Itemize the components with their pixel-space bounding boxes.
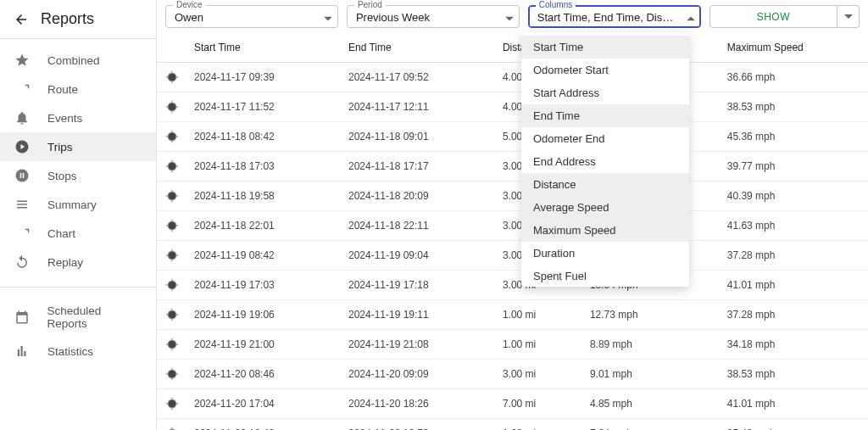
cell-avg-speed: 12.73 mph (583, 300, 721, 330)
cell-end-time: 2024-11-18 17:17 (342, 152, 496, 181)
columns-select[interactable]: Columns Start Time, End Time, Distance, … (528, 5, 701, 28)
chart-icon (14, 226, 31, 241)
cell-end-time: 2024-11-18 22:11 (342, 211, 496, 241)
cell-start-time: 2024-11-18 22:01 (187, 211, 342, 241)
table-row[interactable]: 2024-11-20 19:492024-11-20 19:531.00 mi7… (157, 419, 868, 431)
show-more-button[interactable] (837, 5, 860, 28)
gps-icon (157, 92, 187, 122)
pause-icon (14, 168, 31, 183)
cell-end-time: 2024-11-19 19:11 (342, 300, 496, 330)
cell-start-time: 2024-11-19 21:00 (187, 330, 342, 360)
dropdown-option-odometer-start[interactable]: Odometer Start (521, 59, 689, 81)
svg-point-33 (168, 221, 176, 230)
dropdown-option-start-address[interactable]: Start Address (521, 81, 689, 104)
svg-point-69 (168, 399, 176, 408)
sidebar-item-label: Route (47, 83, 78, 96)
cell-end-time: 2024-11-19 09:04 (342, 241, 496, 271)
sidebar-item-scheduled-reports[interactable]: Scheduled Reports (0, 298, 156, 337)
cell-distance: 1.00 mi (496, 300, 583, 330)
sidebar-item-statistics[interactable]: Statistics (0, 337, 156, 366)
cell-start-time: 2024-11-19 19:06 (187, 300, 342, 330)
table-row[interactable]: 2024-11-18 17:032024-11-18 17:173.00 mi3… (157, 152, 868, 181)
column-header[interactable]: End Time (342, 33, 496, 63)
bell-icon (14, 110, 31, 126)
table-row[interactable]: 2024-11-17 11:522024-11-17 12:114.00 mi3… (157, 92, 868, 122)
sidebar-item-label: Statistics (47, 345, 93, 358)
table-row[interactable]: 2024-11-20 17:042024-11-20 18:267.00 mi4… (157, 389, 868, 419)
table-row[interactable]: 2024-11-19 19:062024-11-19 19:111.00 mi1… (157, 300, 868, 330)
cell-max-speed: 41.01 mph (721, 271, 868, 300)
cell-start-time: 2024-11-18 19:58 (187, 181, 342, 211)
table-row[interactable]: 2024-11-17 09:392024-11-17 09:524.00 mi3… (157, 63, 868, 92)
dropdown-option-maximum-speed[interactable]: Maximum Speed (521, 219, 689, 242)
cell-distance: 1.00 mi (496, 419, 583, 431)
sidebar-item-chart[interactable]: Chart (0, 219, 156, 248)
device-select[interactable]: Device Owen (165, 5, 338, 28)
sidebar-item-summary[interactable]: Summary (0, 190, 156, 219)
cell-max-speed: 38.53 mph (721, 360, 868, 389)
cell-avg-speed: 8.89 mph (583, 330, 721, 360)
sidebar-item-label: Replay (47, 256, 83, 269)
dropdown-option-end-time[interactable]: End Time (521, 104, 689, 127)
sidebar-item-label: Trips (47, 141, 73, 154)
cell-max-speed: 38.53 mph (721, 92, 868, 122)
table-row[interactable]: 2024-11-20 08:462024-11-20 09:093.00 mi9… (157, 360, 868, 389)
cell-max-speed: 39.77 mph (721, 152, 868, 181)
cell-end-time: 2024-11-18 09:01 (342, 122, 496, 152)
column-header[interactable]: Start Time (187, 33, 342, 63)
dropdown-option-start-time[interactable]: Start Time (521, 36, 689, 59)
sidebar-item-label: Combined (47, 54, 100, 67)
gps-icon (157, 360, 187, 389)
nav-divider (0, 287, 156, 288)
dropdown-option-odometer-end[interactable]: Odometer End (521, 127, 689, 150)
sidebar-item-trips[interactable]: Trips (0, 132, 156, 161)
columns-dropdown[interactable]: Start TimeOdometer StartStart AddressEnd… (521, 32, 689, 287)
gps-icon (157, 152, 187, 181)
sidebar-item-label: Chart (47, 227, 75, 240)
gps-icon (157, 122, 187, 152)
sidebar: Reports CombinedRouteEventsTripsStopsSum… (0, 0, 157, 430)
gps-icon (157, 63, 187, 92)
cell-start-time: 2024-11-17 09:39 (187, 63, 342, 92)
show-button[interactable]: SHOW (709, 5, 837, 28)
svg-point-21 (168, 162, 176, 170)
cell-max-speed: 37.28 mph (721, 241, 868, 271)
dropdown-option-end-address[interactable]: End Address (521, 150, 689, 173)
page-title: Reports (41, 10, 94, 28)
table-container[interactable]: Start TimeEnd TimeDistanceAverage SpeedM… (157, 33, 868, 430)
period-select[interactable]: Period Previous Week (347, 5, 520, 28)
table-row[interactable]: 2024-11-19 08:422024-11-19 09:043.00 mi3… (157, 241, 868, 271)
table-row[interactable]: 2024-11-19 17:032024-11-19 17:183.00 mi1… (157, 271, 868, 300)
column-header[interactable] (157, 33, 187, 63)
cell-max-speed: 40.39 mph (721, 181, 868, 211)
table-row[interactable]: 2024-11-18 22:012024-11-18 22:113.00 mi4… (157, 211, 868, 241)
cell-max-speed: 41.63 mph (721, 211, 868, 241)
nav-primary: CombinedRouteEventsTripsStopsSummaryChar… (0, 39, 156, 283)
sidebar-item-stops[interactable]: Stops (0, 161, 156, 190)
cell-start-time: 2024-11-20 08:46 (187, 360, 342, 389)
table-row[interactable]: 2024-11-18 08:422024-11-18 09:015.00 mi4… (157, 122, 868, 152)
table-row[interactable]: 2024-11-18 19:582024-11-18 20:093.00 mi4… (157, 181, 868, 211)
table-row[interactable]: 2024-11-19 21:002024-11-19 21:081.00 mi8… (157, 330, 868, 360)
sidebar-item-route[interactable]: Route (0, 75, 156, 103)
sidebar-item-combined[interactable]: Combined (0, 46, 156, 75)
dropdown-option-duration[interactable]: Duration (521, 242, 689, 265)
chevron-up-icon (687, 10, 695, 23)
column-header[interactable]: Maximum Speed (721, 33, 868, 63)
svg-point-3 (168, 73, 176, 81)
svg-point-51 (168, 310, 176, 319)
sidebar-item-events[interactable]: Events (0, 103, 156, 132)
svg-point-63 (168, 370, 176, 378)
bars-icon (14, 343, 31, 359)
dropdown-option-average-speed[interactable]: Average Speed (521, 196, 689, 219)
dropdown-option-spent-fuel[interactable]: Spent Fuel (521, 265, 689, 287)
svg-point-27 (168, 192, 176, 200)
device-label: Device (173, 0, 206, 9)
dropdown-option-distance[interactable]: Distance (521, 173, 689, 196)
device-value: Owen (175, 11, 314, 24)
filter-bar: Device Owen Period Previous Week Columns… (157, 0, 868, 33)
back-arrow-icon[interactable] (14, 12, 29, 27)
cell-start-time: 2024-11-20 17:04 (187, 389, 342, 419)
sidebar-item-replay[interactable]: Replay (0, 248, 156, 276)
cell-distance: 7.00 mi (496, 389, 583, 419)
